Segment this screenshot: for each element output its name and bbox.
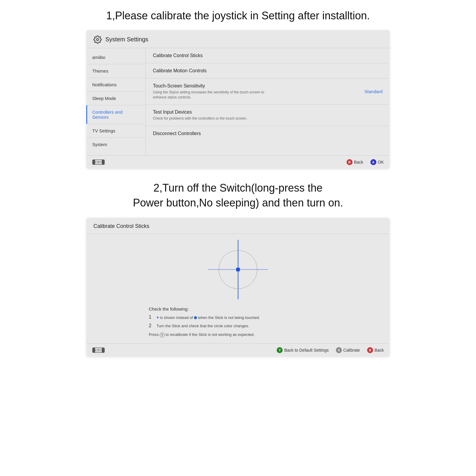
- back-label: Back: [354, 160, 363, 165]
- touch-sensitivity-label: Touch-Screen Sensitivity: [153, 83, 278, 89]
- content-row-calibrate-motion[interactable]: Calibrate Motion Controls: [146, 63, 390, 79]
- calibrate-button[interactable]: X Calibrate: [336, 347, 360, 353]
- content-row-disconnect[interactable]: Disconnect Controllers: [146, 126, 390, 141]
- switch-console-svg-2: [92, 347, 105, 354]
- disconnect-label: Disconnect Controllers: [153, 131, 201, 136]
- touch-sensitivity-desc: Using the Stylus setting increases the s…: [153, 90, 278, 100]
- x-button-circle: ✕: [160, 333, 165, 337]
- check-num-2: 2: [149, 323, 154, 328]
- console-icon: [92, 159, 105, 166]
- sidebar-item-amiibo[interactable]: amiibo: [86, 51, 145, 64]
- test-input-desc: Check for problems with the controllers …: [153, 116, 247, 121]
- calibrate-back-label: Back: [375, 348, 384, 353]
- calibrate-console-icon: [92, 347, 105, 354]
- check-item-2: 2 Turn the Stick and check that the circ…: [149, 323, 327, 329]
- calibrate-back-button[interactable]: B Back: [367, 347, 384, 353]
- svg-point-4: [98, 162, 99, 163]
- x-button-icon: X: [336, 347, 342, 353]
- footer-buttons: B Back A OK: [347, 159, 384, 165]
- sidebar-item-controllers[interactable]: Controllers and Sensors: [86, 105, 145, 124]
- svg-rect-7: [93, 348, 95, 353]
- test-input-label: Test Input Devices: [153, 109, 247, 115]
- system-settings-panel: System Settings amiibo Themes Notificati…: [86, 30, 390, 169]
- a-button-icon: A: [370, 159, 376, 165]
- content-row-calibrate-sticks[interactable]: Calibrate Control Sticks: [146, 48, 390, 63]
- calibrate-panel: Calibrate Control Sticks Check the follo…: [86, 218, 390, 357]
- sidebar-item-tv-settings[interactable]: TV Settings: [86, 124, 145, 138]
- svg-point-0: [97, 38, 99, 40]
- svg-point-9: [98, 350, 99, 351]
- b-button-icon: B: [347, 159, 353, 165]
- svg-rect-8: [102, 348, 104, 353]
- panel-header: System Settings: [86, 30, 390, 48]
- default-settings-button[interactable]: Y Back to Default Settings: [277, 347, 328, 353]
- sidebar: amiibo Themes Notifications Sleep Mode C…: [86, 48, 146, 155]
- back-button[interactable]: B Back: [347, 159, 363, 165]
- sidebar-item-notifications[interactable]: Notifications: [86, 78, 145, 92]
- panel-title: System Settings: [105, 36, 148, 43]
- sidebar-item-themes[interactable]: Themes: [86, 64, 145, 78]
- calibrate-footer: Y Back to Default Settings X Calibrate B…: [86, 343, 390, 357]
- gear-icon: [93, 35, 102, 44]
- check-section: Check the following: 1 + is shown instea…: [149, 306, 327, 337]
- calibrate-footer-buttons: Y Back to Default Settings X Calibrate B…: [277, 347, 384, 353]
- touch-sensitivity-value: Standard: [364, 89, 383, 94]
- default-settings-label: Back to Default Settings: [284, 348, 328, 353]
- b-button-icon-2: B: [367, 347, 373, 353]
- svg-rect-3: [102, 160, 104, 165]
- content-area: Calibrate Control Sticks Calibrate Motio…: [146, 48, 390, 155]
- crosshair-container: [208, 240, 268, 299]
- content-row-test-input[interactable]: Test Input Devices Check for problems wi…: [146, 105, 390, 126]
- sidebar-item-sleep-mode[interactable]: Sleep Mode: [86, 92, 145, 105]
- check-title: Check the following:: [149, 306, 327, 311]
- check-text-1: + is shown instead of when the Stick is …: [156, 314, 260, 321]
- calibrate-label: Calibrate: [343, 348, 360, 353]
- check-text-2: Turn the Stick and check that the circle…: [156, 323, 249, 329]
- svg-rect-2: [93, 160, 95, 165]
- instruction-2: 2,Turn off the Switch(long-press the Pow…: [86, 181, 390, 211]
- content-row-touch-sensitivity[interactable]: Touch-Screen Sensitivity Using the Stylu…: [146, 79, 390, 105]
- panel-footer: B Back A OK: [86, 155, 390, 169]
- calibrate-sticks-label: Calibrate Control Sticks: [153, 53, 203, 58]
- press-text: Press ✕ to recalibrate if the Stick is n…: [149, 332, 327, 337]
- dot-icon: [194, 316, 197, 319]
- y-button-icon: Y: [277, 347, 283, 353]
- ok-button[interactable]: A OK: [370, 159, 384, 165]
- calibrate-body: Check the following: 1 + is shown instea…: [86, 234, 390, 343]
- switch-console-svg: [92, 159, 105, 166]
- check-num-1: 1: [149, 314, 154, 320]
- sidebar-item-system[interactable]: System: [86, 138, 145, 151]
- plus-icon: +: [156, 315, 159, 320]
- instruction-1: 1,Please calibrate the joystick in Setti…: [86, 9, 390, 23]
- crosshair-dot: [236, 268, 240, 271]
- ok-label: OK: [378, 160, 384, 165]
- calibrate-motion-label: Calibrate Motion Controls: [153, 68, 207, 73]
- calibrate-header: Calibrate Control Sticks: [86, 218, 390, 234]
- panel-body: amiibo Themes Notifications Sleep Mode C…: [86, 48, 390, 155]
- check-item-1: 1 + is shown instead of when the Stick i…: [149, 314, 327, 321]
